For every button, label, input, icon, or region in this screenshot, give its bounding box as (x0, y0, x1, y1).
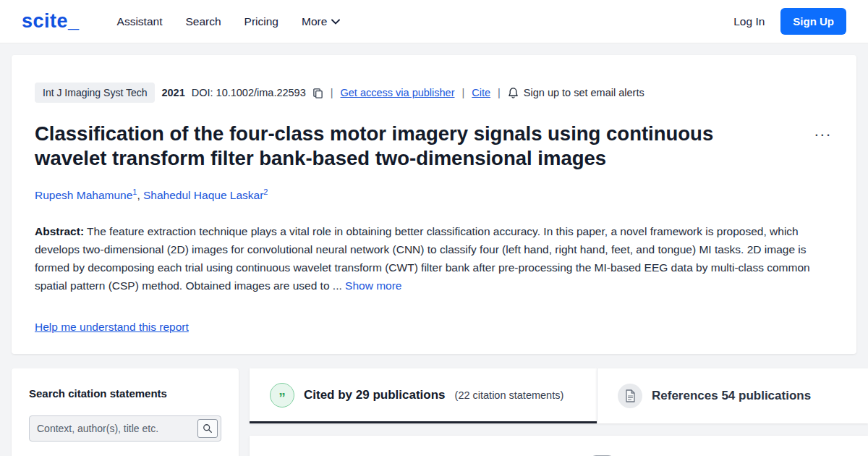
author-name: Rupesh Mahamune (35, 189, 132, 201)
nav-item-label: Pricing (244, 15, 278, 28)
nav-item-assistant[interactable]: Assistant (106, 9, 174, 34)
author-affiliation-sup: 2 (263, 187, 268, 196)
help-understand-link[interactable]: Help me understand this report (35, 321, 189, 334)
cited-by-label: Cited by 29 publications (304, 388, 446, 402)
quote-circle-icon: ” (270, 383, 294, 408)
copy-doi-icon[interactable] (312, 88, 323, 98)
citation-tabs: ” Cited by 29 publications (22 citation … (250, 368, 868, 423)
document-icon (618, 384, 642, 408)
author-separator: , (137, 189, 143, 201)
nav-item-more[interactable]: More (290, 9, 352, 34)
nav-item-label: Search (185, 15, 221, 28)
publication-year: 2021 (161, 87, 184, 98)
cite-link[interactable]: Cite (472, 87, 490, 98)
top-navbar: scite_ Assistant Search Pricing More Log… (0, 0, 868, 43)
tab-cited-by[interactable]: ” Cited by 29 publications (22 citation … (250, 368, 597, 423)
nav-item-label: More (302, 15, 327, 28)
separator: | (330, 87, 334, 98)
chevron-down-icon (331, 19, 340, 25)
scite-logo[interactable]: scite_ (22, 10, 80, 33)
show-more-link[interactable]: Show more (345, 279, 401, 292)
tab-references[interactable]: References 54 publications (597, 368, 868, 423)
separator: | (497, 87, 501, 98)
references-label: References 54 publications (652, 389, 811, 403)
paper-meta-row: Int J Imaging Syst Tech 2021 DOI: 10.100… (35, 83, 833, 103)
login-link[interactable]: Log In (733, 15, 765, 28)
citation-search-box (29, 415, 221, 442)
abstract-paragraph: Abstract: The feature extraction techniq… (35, 222, 833, 295)
citations-column: ” Cited by 29 publications (22 citation … (250, 368, 868, 456)
separator: | (461, 87, 466, 98)
citation-search-button[interactable] (197, 419, 218, 438)
search-icon (203, 423, 213, 434)
authors-row: Rupesh Mahamune1, Shahedul Haque Laskar2 (35, 187, 833, 202)
nav-item-search[interactable]: Search (174, 9, 232, 34)
main-nav: Assistant Search Pricing More (106, 9, 352, 34)
citation-search-heading: Search citation statements (29, 387, 221, 400)
more-options-button[interactable]: ... (814, 127, 832, 135)
nav-item-pricing[interactable]: Pricing (233, 9, 290, 34)
paper-title: Classification of the four-class motor i… (35, 122, 787, 170)
author-link[interactable]: Shahedul Haque Laskar2 (143, 189, 268, 201)
header-actions: Log In Sign Up (733, 8, 846, 35)
bottom-section: Search citation statements ” Cited by 29… (12, 368, 868, 456)
cited-by-detail: (22 citation statements) (455, 389, 564, 401)
bell-icon (508, 87, 519, 99)
doi-text: DOI: 10.1002/ima.22593 (192, 87, 306, 98)
author-name: Shahedul Haque Laskar (143, 189, 263, 201)
abstract-label: Abstract: (35, 225, 84, 237)
get-access-link[interactable]: Get access via publisher (341, 87, 455, 98)
nav-item-label: Assistant (117, 15, 163, 28)
signup-button[interactable]: Sign Up (780, 8, 846, 35)
author-link[interactable]: Rupesh Mahamune1 (35, 189, 137, 201)
email-alerts-button[interactable]: Sign up to set email alerts (508, 87, 644, 99)
citation-statement-card: “...As channel selection may enable lowe… (250, 436, 868, 456)
paper-card: Int J Imaging Syst Tech 2021 DOI: 10.100… (12, 55, 856, 354)
citation-search-panel: Search citation statements (12, 368, 239, 456)
email-alerts-label: Sign up to set email alerts (524, 87, 644, 98)
abstract-text: The feature extraction technique plays a… (35, 225, 810, 292)
citation-search-input[interactable] (30, 423, 197, 434)
journal-badge: Int J Imaging Syst Tech (35, 83, 155, 103)
